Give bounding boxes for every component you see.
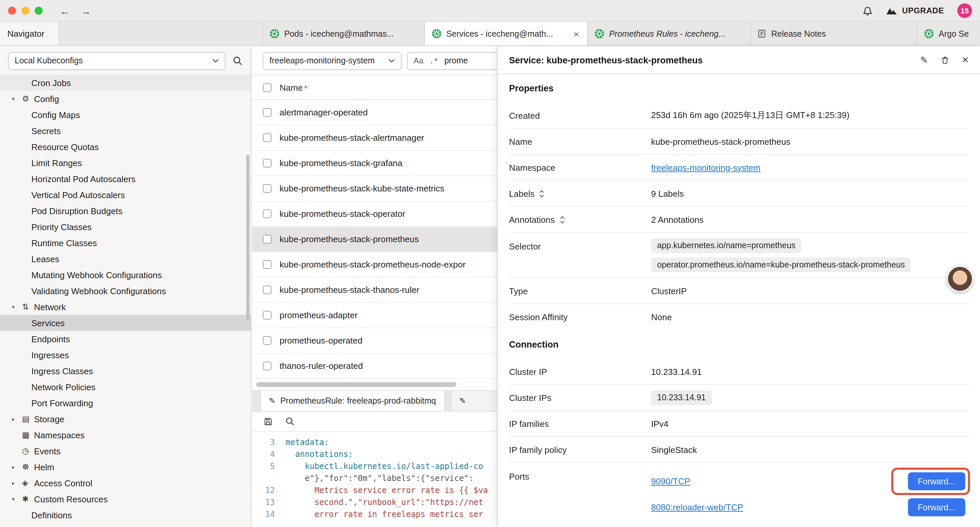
service-name: kube-prometheus-stack-thanos-ruler [280, 285, 419, 295]
row-checkbox[interactable] [263, 285, 272, 294]
row-checkbox[interactable] [263, 108, 272, 117]
sidebar-item[interactable]: Validating Webhook Configurations [0, 283, 251, 299]
regex-toggle[interactable]: .* [429, 56, 438, 65]
row-checkbox[interactable] [263, 235, 272, 244]
sidebar-item-label: Validating Webhook Configurations [31, 286, 166, 296]
tree-chevron-icon[interactable]: ▾ [12, 96, 22, 102]
close-tab-icon[interactable]: × [573, 29, 581, 39]
delete-button[interactable] [941, 56, 949, 65]
expand-collapse-icon[interactable] [539, 189, 546, 198]
row-checkbox[interactable] [263, 311, 272, 320]
tree-chevron-icon[interactable]: ▸ [12, 480, 22, 486]
save-icon[interactable] [264, 417, 273, 426]
sidebar-item-label: Resource Quotas [31, 142, 99, 152]
sidebar-item-label: Horizontal Pod Autoscalers [31, 174, 135, 184]
tab-argo[interactable]: Argo Se [917, 22, 980, 45]
editor-tab-prometheusrule[interactable]: ✎ PrometheusRule: freeleaps-prod-rabbitm… [260, 391, 445, 411]
row-checkbox[interactable] [263, 209, 272, 218]
sidebar-item[interactable]: Ingress Classes [0, 363, 251, 379]
minimize-window-button[interactable] [21, 7, 29, 15]
forward-button-9090[interactable]: Forward... [908, 472, 965, 490]
tree-chevron-icon[interactable]: ▾ [12, 304, 22, 310]
port-link-9090[interactable]: 9090/TCP [651, 476, 690, 486]
tree-chevron-icon[interactable]: ▾ [12, 496, 22, 502]
sidebar-item[interactable]: Secrets [0, 123, 251, 139]
tree-chevron-icon[interactable]: ▸ [12, 464, 22, 470]
sidebar-item-label: Leases [31, 254, 59, 264]
maximize-window-button[interactable] [35, 7, 43, 15]
navigator-pane-tab[interactable]: Navigator [0, 22, 59, 45]
close-drawer-button[interactable]: × [962, 53, 969, 67]
forward-button[interactable]: → [79, 5, 94, 16]
sidebar-item[interactable]: Runtime Classes [0, 235, 251, 251]
service-name: alertmanager-operated [280, 107, 368, 118]
ip-families-row: IP families IPv4 [509, 411, 969, 437]
sidebar-item[interactable]: ▦ Namespaces [0, 427, 251, 443]
notification-count-badge[interactable]: 15 [957, 3, 972, 18]
forward-button-8080[interactable]: Forward... [908, 498, 965, 516]
editor-search-icon[interactable] [285, 416, 295, 426]
sidebar-item-label: Config [34, 94, 59, 104]
upgrade-button[interactable]: UPGRADE [886, 6, 944, 15]
sidebar-search-icon[interactable] [232, 56, 243, 66]
line-number: 5 [252, 460, 286, 472]
sidebar-item[interactable]: Definitions [0, 507, 251, 523]
sidebar-item[interactable]: Horizontal Pod Autoscalers [0, 171, 251, 187]
row-checkbox[interactable] [263, 361, 272, 370]
tab-prometheus-rules[interactable]: Prometheus Rules - icecheng... [588, 22, 751, 45]
assistant-avatar[interactable] [947, 266, 973, 292]
sidebar-item[interactable]: Ingresses [0, 347, 251, 363]
sidebar-item-label: Definitions [31, 510, 72, 520]
sidebar-item[interactable]: ◷ Events [0, 443, 251, 459]
sidebar-item[interactable]: ▾ ✱ Custom Resources [0, 491, 251, 507]
sidebar-item[interactable]: Mutating Webhook Configurations [0, 267, 251, 283]
kubernetes-icon [432, 29, 442, 39]
sidebar-item[interactable]: ▸ ☸ Helm [0, 459, 251, 475]
sidebar-item[interactable]: Limit Ranges [0, 155, 251, 171]
tab-pods[interactable]: Pods - icecheng@mathmas... [262, 22, 425, 45]
notifications-bell-icon[interactable] [862, 6, 873, 16]
close-window-button[interactable] [8, 7, 16, 15]
edit-button[interactable]: ✎ [920, 55, 928, 65]
tab-release-notes[interactable]: Release Notes [751, 22, 917, 45]
sidebar-item[interactable]: Services [0, 315, 251, 331]
back-button[interactable]: ← [57, 5, 72, 16]
sidebar-item[interactable]: Pod Disruption Budgets [0, 203, 251, 219]
select-all-checkbox[interactable] [263, 83, 272, 92]
sidebar-item[interactable]: Cron Jobs [0, 75, 251, 91]
row-checkbox[interactable] [263, 184, 272, 193]
sidebar-item[interactable]: Endpoints [0, 331, 251, 347]
name-column-header[interactable]: Name^ [280, 83, 307, 92]
expand-collapse-icon[interactable] [559, 215, 565, 224]
row-checkbox[interactable] [263, 134, 272, 142]
sidebar-item[interactable]: Network Policies [0, 379, 251, 395]
row-checkbox[interactable] [263, 159, 272, 167]
sidebar-item-label: Pod Disruption Budgets [31, 206, 123, 216]
sidebar-scrollbar-thumb[interactable] [246, 155, 250, 320]
tab-services[interactable]: Services - icecheng@math... × [425, 22, 588, 45]
navigator-sidebar: Local Kubeconfigs Cron Jobs [0, 47, 251, 527]
sidebar-item[interactable]: ▾ ⚙ Config [0, 91, 251, 107]
sidebar-item[interactable]: ▸ ◈ Access Control [0, 475, 251, 491]
horizontal-scrollbar-thumb[interactable] [256, 382, 456, 387]
tree-item-icon: ⚙ [22, 94, 34, 103]
tree-chevron-icon[interactable]: ▸ [12, 416, 22, 422]
sidebar-item[interactable]: Resource Quotas [0, 139, 251, 155]
row-checkbox[interactable] [263, 260, 272, 269]
sidebar-item[interactable]: Config Maps [0, 107, 251, 123]
sidebar-item-label: Config Maps [31, 110, 80, 120]
match-case-toggle[interactable]: Aa [414, 56, 423, 65]
sidebar-item[interactable]: Port Forwarding [0, 395, 251, 411]
row-checkbox[interactable] [263, 336, 272, 345]
tab-label: Argo Se [939, 29, 973, 38]
kubeconfig-selector[interactable]: Local Kubeconfigs [8, 52, 226, 70]
sidebar-item[interactable]: Priority Classes [0, 219, 251, 235]
namespace-row: Namespace freeleaps-monitoring-system [509, 155, 969, 181]
namespace-filter-select[interactable]: freeleaps-monitoring-system [263, 52, 402, 70]
sidebar-item[interactable]: ▾ ⇅ Network [0, 299, 251, 315]
sidebar-item[interactable]: ▸ ▤ Storage [0, 411, 251, 427]
namespace-link[interactable]: freeleaps-monitoring-system [651, 162, 760, 172]
sidebar-item[interactable]: Leases [0, 251, 251, 267]
sidebar-item[interactable]: Vertical Pod Autoscalers [0, 187, 251, 203]
port-link-8080[interactable]: 8080:reloader-web/TCP [651, 502, 743, 512]
